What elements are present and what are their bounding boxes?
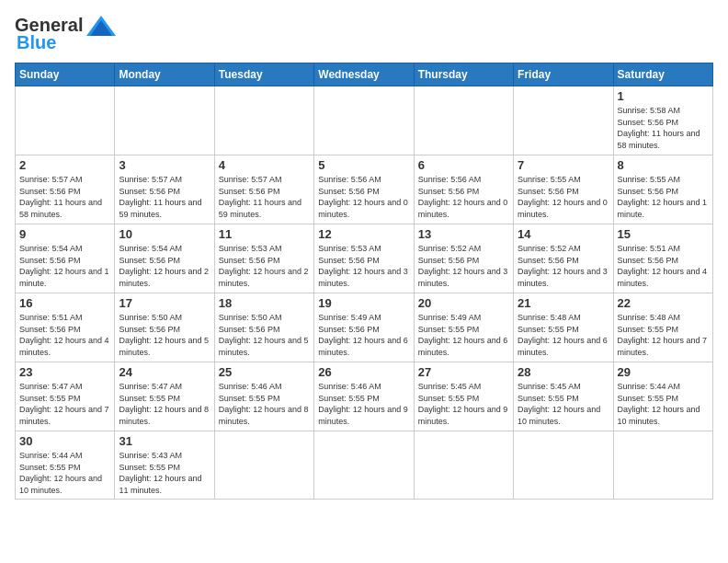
day-info: Sunrise: 5:54 AM Sunset: 5:56 PM Dayligh… — [119, 243, 210, 289]
day-number: 25 — [219, 365, 310, 379]
day-number: 7 — [518, 158, 609, 172]
day-number: 17 — [119, 296, 210, 310]
day-number: 16 — [19, 296, 110, 310]
day-info: Sunrise: 5:52 AM Sunset: 5:56 PM Dayligh… — [518, 243, 609, 289]
calendar-cell: 22Sunrise: 5:48 AM Sunset: 5:55 PM Dayli… — [613, 293, 712, 362]
day-info: Sunrise: 5:49 AM Sunset: 5:55 PM Dayligh… — [418, 312, 509, 358]
day-number: 11 — [219, 227, 310, 241]
calendar-cell: 15Sunrise: 5:51 AM Sunset: 5:56 PM Dayli… — [613, 224, 712, 293]
calendar-cell — [514, 431, 613, 500]
day-header-saturday: Saturday — [613, 63, 712, 86]
day-header-friday: Friday — [514, 63, 613, 86]
day-info: Sunrise: 5:43 AM Sunset: 5:55 PM Dayligh… — [119, 450, 210, 496]
calendar-cell: 30Sunrise: 5:44 AM Sunset: 5:55 PM Dayli… — [16, 431, 115, 500]
calendar-cell: 1Sunrise: 5:58 AM Sunset: 5:56 PM Daylig… — [613, 86, 712, 155]
day-info: Sunrise: 5:56 AM Sunset: 5:56 PM Dayligh… — [318, 174, 409, 220]
calendar-cell: 16Sunrise: 5:51 AM Sunset: 5:56 PM Dayli… — [16, 293, 115, 362]
day-info: Sunrise: 5:57 AM Sunset: 5:56 PM Dayligh… — [119, 174, 210, 220]
day-info: Sunrise: 5:55 AM Sunset: 5:56 PM Dayligh… — [518, 174, 609, 220]
calendar-cell: 20Sunrise: 5:49 AM Sunset: 5:55 PM Dayli… — [414, 293, 513, 362]
day-number: 27 — [418, 365, 509, 379]
day-number: 28 — [518, 365, 609, 379]
day-info: Sunrise: 5:48 AM Sunset: 5:55 PM Dayligh… — [518, 312, 609, 358]
day-number: 10 — [119, 227, 210, 241]
day-number: 18 — [219, 296, 310, 310]
calendar-cell: 23Sunrise: 5:47 AM Sunset: 5:55 PM Dayli… — [16, 362, 115, 431]
day-header-monday: Monday — [115, 63, 214, 86]
day-info: Sunrise: 5:53 AM Sunset: 5:56 PM Dayligh… — [318, 243, 409, 289]
day-info: Sunrise: 5:54 AM Sunset: 5:56 PM Dayligh… — [19, 243, 110, 289]
day-info: Sunrise: 5:50 AM Sunset: 5:56 PM Dayligh… — [219, 312, 310, 358]
day-number: 13 — [418, 227, 509, 241]
day-info: Sunrise: 5:56 AM Sunset: 5:56 PM Dayligh… — [418, 174, 509, 220]
day-info: Sunrise: 5:47 AM Sunset: 5:55 PM Dayligh… — [119, 381, 210, 427]
calendar-cell: 4Sunrise: 5:57 AM Sunset: 5:56 PM Daylig… — [214, 155, 313, 224]
day-header-wednesday: Wednesday — [314, 63, 414, 86]
day-info: Sunrise: 5:46 AM Sunset: 5:55 PM Dayligh… — [219, 381, 310, 427]
calendar-cell: 26Sunrise: 5:46 AM Sunset: 5:55 PM Dayli… — [314, 362, 414, 431]
day-number: 4 — [219, 158, 310, 172]
day-info: Sunrise: 5:51 AM Sunset: 5:56 PM Dayligh… — [19, 312, 110, 358]
calendar-cell: 3Sunrise: 5:57 AM Sunset: 5:56 PM Daylig… — [115, 155, 214, 224]
day-number: 2 — [19, 158, 110, 172]
day-number: 31 — [119, 434, 210, 448]
day-number: 9 — [19, 227, 110, 241]
calendar-cell: 14Sunrise: 5:52 AM Sunset: 5:56 PM Dayli… — [514, 224, 613, 293]
calendar-cell: 18Sunrise: 5:50 AM Sunset: 5:56 PM Dayli… — [214, 293, 313, 362]
day-info: Sunrise: 5:45 AM Sunset: 5:55 PM Dayligh… — [418, 381, 509, 427]
calendar-cell: 17Sunrise: 5:50 AM Sunset: 5:56 PM Dayli… — [115, 293, 214, 362]
calendar-cell: 10Sunrise: 5:54 AM Sunset: 5:56 PM Dayli… — [115, 224, 214, 293]
calendar-cell: 6Sunrise: 5:56 AM Sunset: 5:56 PM Daylig… — [414, 155, 513, 224]
day-number: 21 — [518, 296, 609, 310]
calendar-cell: 24Sunrise: 5:47 AM Sunset: 5:55 PM Dayli… — [115, 362, 214, 431]
day-header-thursday: Thursday — [414, 63, 513, 86]
calendar-cell: 21Sunrise: 5:48 AM Sunset: 5:55 PM Dayli… — [514, 293, 613, 362]
logo-icon — [86, 16, 116, 36]
day-number: 20 — [418, 296, 509, 310]
calendar-cell: 11Sunrise: 5:53 AM Sunset: 5:56 PM Dayli… — [214, 224, 313, 293]
calendar-cell — [314, 431, 414, 500]
day-number: 22 — [618, 296, 709, 310]
calendar-cell: 9Sunrise: 5:54 AM Sunset: 5:56 PM Daylig… — [16, 224, 115, 293]
logo: General Blue — [15, 15, 116, 53]
calendar-cell — [16, 86, 115, 155]
day-number: 1 — [618, 89, 709, 103]
calendar-cell: 8Sunrise: 5:55 AM Sunset: 5:56 PM Daylig… — [613, 155, 712, 224]
day-number: 5 — [318, 158, 409, 172]
day-number: 30 — [19, 434, 110, 448]
day-number: 26 — [318, 365, 409, 379]
day-number: 14 — [518, 227, 609, 241]
day-number: 29 — [618, 365, 709, 379]
day-info: Sunrise: 5:51 AM Sunset: 5:56 PM Dayligh… — [618, 243, 709, 289]
calendar-cell: 12Sunrise: 5:53 AM Sunset: 5:56 PM Dayli… — [314, 224, 414, 293]
day-info: Sunrise: 5:48 AM Sunset: 5:55 PM Dayligh… — [618, 312, 709, 358]
calendar-cell: 5Sunrise: 5:56 AM Sunset: 5:56 PM Daylig… — [314, 155, 414, 224]
calendar-cell — [414, 86, 513, 155]
day-info: Sunrise: 5:46 AM Sunset: 5:55 PM Dayligh… — [318, 381, 409, 427]
day-header-sunday: Sunday — [16, 63, 115, 86]
calendar-cell — [115, 86, 214, 155]
calendar-cell: 28Sunrise: 5:45 AM Sunset: 5:55 PM Dayli… — [514, 362, 613, 431]
day-number: 8 — [618, 158, 709, 172]
calendar-cell — [214, 431, 313, 500]
calendar-cell: 29Sunrise: 5:44 AM Sunset: 5:55 PM Dayli… — [613, 362, 712, 431]
day-info: Sunrise: 5:55 AM Sunset: 5:56 PM Dayligh… — [618, 174, 709, 220]
day-number: 15 — [618, 227, 709, 241]
calendar-cell: 25Sunrise: 5:46 AM Sunset: 5:55 PM Dayli… — [214, 362, 313, 431]
day-number: 23 — [19, 365, 110, 379]
day-info: Sunrise: 5:57 AM Sunset: 5:56 PM Dayligh… — [219, 174, 310, 220]
day-info: Sunrise: 5:50 AM Sunset: 5:56 PM Dayligh… — [119, 312, 210, 358]
day-number: 19 — [318, 296, 409, 310]
logo-blue-text: Blue — [17, 32, 56, 53]
day-info: Sunrise: 5:53 AM Sunset: 5:56 PM Dayligh… — [219, 243, 310, 289]
day-number: 6 — [418, 158, 509, 172]
day-number: 3 — [119, 158, 210, 172]
day-info: Sunrise: 5:49 AM Sunset: 5:56 PM Dayligh… — [318, 312, 409, 358]
day-number: 12 — [318, 227, 409, 241]
calendar-cell: 19Sunrise: 5:49 AM Sunset: 5:56 PM Dayli… — [314, 293, 414, 362]
day-info: Sunrise: 5:47 AM Sunset: 5:55 PM Dayligh… — [19, 381, 110, 427]
calendar-cell — [314, 86, 414, 155]
calendar-cell: 13Sunrise: 5:52 AM Sunset: 5:56 PM Dayli… — [414, 224, 513, 293]
calendar-cell: 2Sunrise: 5:57 AM Sunset: 5:56 PM Daylig… — [16, 155, 115, 224]
header: General Blue — [15, 15, 713, 53]
